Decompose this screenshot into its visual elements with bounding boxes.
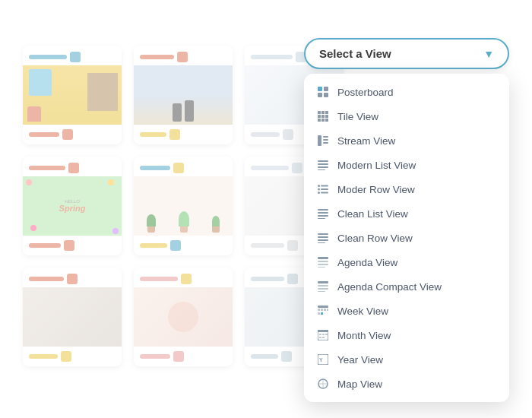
svg-rect-28 bbox=[318, 212, 328, 214]
dropdown-label: Select a View bbox=[319, 47, 391, 60]
svg-rect-41 bbox=[318, 288, 328, 290]
svg-rect-34 bbox=[318, 242, 325, 243]
svg-rect-40 bbox=[318, 285, 328, 287]
svg-rect-32 bbox=[318, 236, 328, 238]
svg-rect-14 bbox=[323, 136, 328, 138]
dropdown-item-label-clean-list: Clean List View bbox=[337, 208, 408, 220]
stream-icon bbox=[316, 134, 330, 147]
svg-rect-26 bbox=[321, 192, 328, 194]
svg-rect-4 bbox=[318, 111, 321, 114]
svg-rect-29 bbox=[318, 215, 328, 217]
dropdown-item-label-month: Month View bbox=[337, 330, 391, 341]
dropdown-item-year[interactable]: YYear View bbox=[304, 347, 509, 372]
svg-rect-2 bbox=[318, 93, 322, 97]
card-7 bbox=[23, 268, 122, 366]
card-8 bbox=[134, 268, 233, 366]
dropdown-item-tile-view[interactable]: Tile View bbox=[304, 104, 509, 128]
svg-rect-1 bbox=[324, 87, 328, 91]
dropdown-item-label-posterboard: Posterboard bbox=[337, 87, 394, 98]
svg-rect-6 bbox=[325, 111, 328, 114]
tile-icon bbox=[316, 109, 330, 123]
svg-rect-36 bbox=[318, 261, 328, 262]
svg-rect-42 bbox=[318, 291, 325, 292]
dropdown-item-agenda[interactable]: Agenda View bbox=[304, 250, 509, 274]
svg-rect-44 bbox=[318, 309, 320, 311]
posterboard-icon bbox=[316, 85, 330, 99]
month-icon bbox=[316, 328, 330, 342]
dropdown-item-clean-row[interactable]: Clean Row View bbox=[304, 226, 509, 250]
svg-rect-11 bbox=[321, 119, 325, 122]
svg-rect-9 bbox=[325, 115, 328, 118]
svg-rect-37 bbox=[318, 264, 328, 265]
svg-point-25 bbox=[318, 192, 320, 194]
svg-rect-17 bbox=[318, 160, 328, 162]
view-selector-dropdown[interactable]: Select a View ▼ PosterboardTile ViewStre… bbox=[304, 38, 509, 402]
dropdown-item-clean-list[interactable]: Clean List View bbox=[304, 201, 509, 226]
dropdown-item-modern-list[interactable]: Modern List View bbox=[304, 153, 509, 177]
svg-rect-15 bbox=[323, 139, 328, 141]
svg-rect-38 bbox=[318, 267, 325, 268]
svg-rect-10 bbox=[318, 119, 321, 122]
dropdown-item-stream-view[interactable]: Stream View bbox=[304, 128, 509, 153]
svg-rect-51 bbox=[318, 330, 328, 332]
svg-rect-31 bbox=[318, 233, 328, 235]
svg-rect-39 bbox=[318, 281, 328, 283]
svg-rect-3 bbox=[324, 93, 328, 97]
svg-rect-20 bbox=[318, 169, 325, 170]
list-lines-icon bbox=[316, 207, 330, 220]
dropdown-item-label-modern-row: Moder Row View bbox=[337, 184, 415, 195]
dropdown-item-label-week: Week View bbox=[337, 306, 388, 317]
svg-rect-33 bbox=[318, 239, 328, 241]
card-4: HELLO Spring bbox=[23, 157, 122, 255]
list-lines-icon bbox=[316, 231, 330, 245]
dropdown-item-posterboard[interactable]: Posterboard bbox=[304, 80, 509, 104]
svg-rect-45 bbox=[321, 309, 323, 311]
svg-rect-43 bbox=[318, 306, 328, 308]
svg-rect-8 bbox=[321, 115, 325, 118]
svg-rect-5 bbox=[321, 111, 325, 114]
week-icon bbox=[316, 304, 330, 318]
cards-background: HELLO Spring bbox=[23, 46, 344, 366]
svg-rect-49 bbox=[321, 312, 323, 315]
dropdown-item-map[interactable]: Map View bbox=[304, 372, 509, 396]
card-5 bbox=[134, 157, 233, 255]
dropdown-item-agenda-compact[interactable]: Agenda Compact View bbox=[304, 274, 509, 299]
svg-rect-24 bbox=[321, 188, 328, 190]
svg-text:Y: Y bbox=[319, 357, 323, 363]
dropdown-item-label-stream-view: Stream View bbox=[337, 135, 395, 147]
dropdown-item-label-modern-list: Modern List View bbox=[337, 160, 416, 171]
svg-rect-7 bbox=[318, 115, 321, 118]
svg-rect-52 bbox=[319, 334, 321, 335]
dropdown-item-label-agenda: Agenda View bbox=[337, 257, 397, 268]
map-icon bbox=[316, 377, 330, 391]
svg-point-23 bbox=[318, 188, 320, 191]
list-lines-icon bbox=[316, 158, 330, 172]
svg-rect-35 bbox=[318, 257, 328, 259]
svg-rect-48 bbox=[318, 312, 320, 315]
svg-rect-46 bbox=[324, 309, 326, 311]
svg-rect-27 bbox=[318, 209, 328, 211]
svg-rect-22 bbox=[321, 185, 328, 187]
dropdown-item-month[interactable]: Month View bbox=[304, 323, 509, 347]
dropdown-item-modern-row[interactable]: Moder Row View bbox=[304, 177, 509, 201]
svg-rect-13 bbox=[318, 135, 321, 146]
list-bullet-icon bbox=[316, 182, 330, 196]
svg-rect-30 bbox=[318, 218, 325, 219]
svg-rect-19 bbox=[318, 166, 328, 168]
card-2 bbox=[134, 46, 233, 144]
svg-rect-53 bbox=[322, 334, 325, 335]
svg-rect-54 bbox=[325, 334, 328, 335]
agenda-icon bbox=[316, 255, 330, 269]
dropdown-item-label-agenda-compact: Agenda Compact View bbox=[337, 281, 442, 293]
dropdown-item-label-clean-row: Clean Row View bbox=[337, 233, 413, 244]
chevron-down-icon: ▼ bbox=[483, 48, 494, 60]
svg-rect-0 bbox=[318, 87, 322, 91]
dropdown-item-label-tile-view: Tile View bbox=[337, 111, 378, 122]
agenda-icon bbox=[316, 280, 330, 293]
svg-point-21 bbox=[318, 185, 320, 187]
svg-rect-56 bbox=[322, 337, 325, 338]
svg-rect-12 bbox=[325, 119, 328, 122]
dropdown-trigger[interactable]: Select a View ▼ bbox=[304, 38, 509, 69]
dropdown-item-week[interactable]: Week View bbox=[304, 299, 509, 323]
svg-rect-55 bbox=[319, 337, 321, 338]
